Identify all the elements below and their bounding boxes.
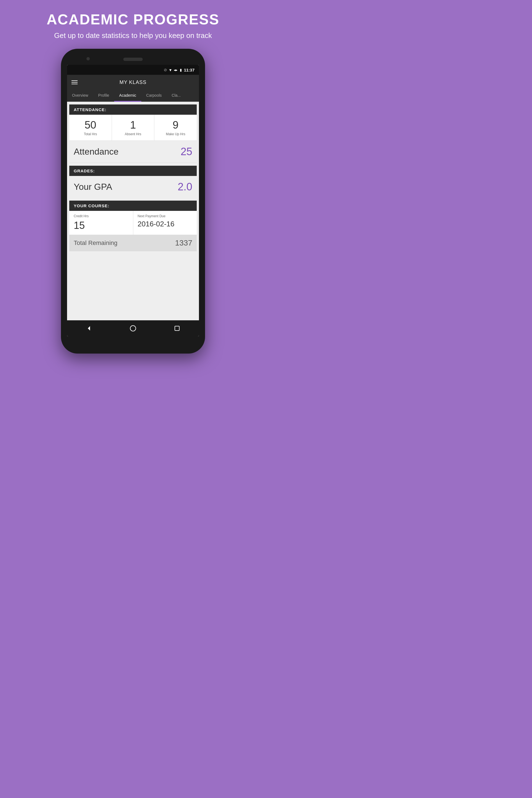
absent-hrs-value: 1 [130,119,136,131]
status-bar: ▾ ◂▸ ▮ 11:37 [67,65,199,75]
tab-overview[interactable]: Overview [67,90,93,102]
credit-hrs-label: Credit Hrs [74,214,129,218]
attendance-score-row: Attendance 25 [69,140,197,163]
gpa-row: Your GPA 2.0 [69,176,197,198]
payment-due-value: 2016-02-16 [138,220,193,228]
svg-rect-2 [175,326,179,330]
grades-header: GRADES: [69,166,197,176]
tab-cla[interactable]: Cla... [167,90,186,102]
payment-due-cell: Next Payment Due 2016-02-16 [133,211,197,235]
speaker-grille [123,58,143,61]
phone-bottom [64,336,202,346]
absent-hrs-label: Absent Hrs [125,132,141,136]
payment-due-label: Next Payment Due [138,214,193,218]
tab-academic[interactable]: Academic [114,90,141,102]
makeup-hrs-value: 9 [173,119,178,131]
gpa-label: Your GPA [74,182,112,192]
gpa-value: 2.0 [177,181,192,193]
signal-icon: ◂▸ [174,68,177,72]
svg-point-1 [130,326,136,331]
tab-carpools[interactable]: Carpools [141,90,167,102]
absent-hrs-cell: 1 Absent Hrs [112,115,155,140]
wifi-icon: ▾ [169,67,172,73]
home-button[interactable] [129,324,137,332]
total-hrs-value: 50 [84,119,96,131]
recent-button[interactable] [173,324,181,332]
svg-marker-0 [88,326,90,330]
hamburger-menu[interactable] [72,80,78,84]
status-time: 11:37 [184,68,194,72]
course-header: YOUR COURSE: [69,201,197,211]
app-bar-title: MY KLASS [82,79,184,86]
credit-hrs-value: 15 [74,220,129,231]
camera-dot [87,57,90,60]
page-title: ACADEMIC PROGRESS [46,11,219,28]
bottom-nav [67,320,199,336]
back-button[interactable] [85,324,93,332]
total-hrs-cell: 50 Total Hrs [69,115,112,140]
total-hrs-label: Total Hrs [84,132,97,136]
credit-hrs-cell: Credit Hrs 15 [69,211,133,235]
page-subtitle: Get up to date statistics to help you ke… [46,31,219,40]
app-bar: MY KLASS [67,75,199,90]
attendance-score-label: Attendance [74,147,119,157]
battery-icon: ▮ [180,68,182,72]
blocked-icon [164,68,167,72]
remaining-value: 1337 [175,239,192,247]
attendance-header: ATTENDANCE: [69,104,197,115]
page-header: ACADEMIC PROGRESS Get up to date statist… [41,0,225,49]
makeup-hrs-cell: 9 Make Up Hrs [154,115,197,140]
content-area: ATTENDANCE: 50 Total Hrs 1 Absent Hrs 9 … [67,102,199,320]
phone-screen: ▾ ◂▸ ▮ 11:37 MY KLASS Overview Profile A… [67,65,199,336]
phone-shell: ▾ ◂▸ ▮ 11:37 MY KLASS Overview Profile A… [61,49,205,354]
tab-bar: Overview Profile Academic Carpools Cla..… [67,90,199,102]
tab-profile[interactable]: Profile [93,90,114,102]
makeup-hrs-label: Make Up Hrs [166,132,185,136]
attendance-score-value: 25 [180,146,192,158]
remaining-row: Total Remaining 1337 [69,235,197,251]
remaining-label: Total Remaining [74,240,117,247]
course-info-row: Credit Hrs 15 Next Payment Due 2016-02-1… [69,211,197,235]
phone-top [64,54,202,65]
attendance-stats-row: 50 Total Hrs 1 Absent Hrs 9 Make Up Hrs [69,115,197,140]
